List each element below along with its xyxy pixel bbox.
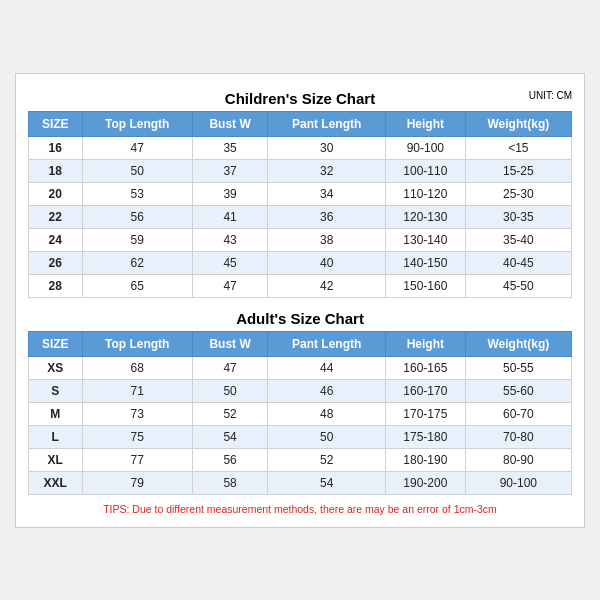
table-cell: 25-30 — [465, 182, 571, 205]
table-cell: 54 — [268, 471, 386, 494]
table-row: L755450175-18070-80 — [29, 425, 572, 448]
table-cell: XXL — [29, 471, 83, 494]
table-cell: 32 — [268, 159, 386, 182]
table-row: M735248170-17560-70 — [29, 402, 572, 425]
adults-title: Adult's Size Chart — [28, 304, 572, 331]
table-cell: 56 — [82, 205, 192, 228]
table-cell: XS — [29, 356, 83, 379]
table-cell: 38 — [268, 228, 386, 251]
chart-container: Children's Size Chart UNIT: CM SIZE Top … — [15, 73, 585, 528]
children-col-toplength: Top Length — [82, 111, 192, 136]
table-cell: 130-140 — [386, 228, 466, 251]
adults-col-size: SIZE — [29, 331, 83, 356]
table-cell: 45 — [192, 251, 268, 274]
table-cell: 20 — [29, 182, 83, 205]
table-cell: 24 — [29, 228, 83, 251]
table-cell: 50 — [82, 159, 192, 182]
tips-text: TIPS: Due to different measurement metho… — [28, 503, 572, 515]
adults-header-row: SIZE Top Length Bust W Pant Length Heigh… — [29, 331, 572, 356]
children-col-height: Height — [386, 111, 466, 136]
adults-col-bustw: Bust W — [192, 331, 268, 356]
unit-label: UNIT: CM — [529, 90, 572, 101]
table-cell: 50 — [268, 425, 386, 448]
children-col-weight: Weight(kg) — [465, 111, 571, 136]
table-cell: 48 — [268, 402, 386, 425]
table-cell: S — [29, 379, 83, 402]
table-cell: 160-170 — [386, 379, 466, 402]
table-cell: 110-120 — [386, 182, 466, 205]
children-title: Children's Size Chart UNIT: CM — [28, 84, 572, 111]
children-table: SIZE Top Length Bust W Pant Length Heigh… — [28, 111, 572, 298]
children-col-pantlength: Pant Length — [268, 111, 386, 136]
table-row: 24594338130-14035-40 — [29, 228, 572, 251]
table-cell: 30-35 — [465, 205, 571, 228]
table-cell: 59 — [82, 228, 192, 251]
table-cell: 62 — [82, 251, 192, 274]
table-row: XS684744160-16550-55 — [29, 356, 572, 379]
children-header-row: SIZE Top Length Bust W Pant Length Heigh… — [29, 111, 572, 136]
table-cell: 60-70 — [465, 402, 571, 425]
table-cell: 55-60 — [465, 379, 571, 402]
table-cell: 100-110 — [386, 159, 466, 182]
table-row: 26624540140-15040-45 — [29, 251, 572, 274]
adults-title-text: Adult's Size Chart — [236, 310, 364, 327]
table-cell: 71 — [82, 379, 192, 402]
table-cell: 53 — [82, 182, 192, 205]
table-cell: 47 — [192, 274, 268, 297]
children-col-size: SIZE — [29, 111, 83, 136]
table-cell: 56 — [192, 448, 268, 471]
table-row: 28654742150-16045-50 — [29, 274, 572, 297]
table-cell: XL — [29, 448, 83, 471]
table-cell: 170-175 — [386, 402, 466, 425]
table-cell: 65 — [82, 274, 192, 297]
table-cell: 43 — [192, 228, 268, 251]
table-cell: 18 — [29, 159, 83, 182]
table-row: 18503732100-11015-25 — [29, 159, 572, 182]
table-cell: 68 — [82, 356, 192, 379]
adults-col-toplength: Top Length — [82, 331, 192, 356]
adults-col-height: Height — [386, 331, 466, 356]
table-cell: 77 — [82, 448, 192, 471]
table-cell: 120-130 — [386, 205, 466, 228]
adults-col-weight: Weight(kg) — [465, 331, 571, 356]
table-cell: 52 — [268, 448, 386, 471]
table-cell: 180-190 — [386, 448, 466, 471]
table-cell: 58 — [192, 471, 268, 494]
table-cell: L — [29, 425, 83, 448]
table-cell: 73 — [82, 402, 192, 425]
table-cell: M — [29, 402, 83, 425]
table-cell: 75 — [82, 425, 192, 448]
table-cell: 160-165 — [386, 356, 466, 379]
table-cell: 150-160 — [386, 274, 466, 297]
table-cell: 90-100 — [386, 136, 466, 159]
table-cell: 37 — [192, 159, 268, 182]
table-cell: 30 — [268, 136, 386, 159]
table-cell: 40 — [268, 251, 386, 274]
table-cell: 44 — [268, 356, 386, 379]
table-row: XXL795854190-20090-100 — [29, 471, 572, 494]
table-cell: 50 — [192, 379, 268, 402]
table-cell: 80-90 — [465, 448, 571, 471]
table-cell: 46 — [268, 379, 386, 402]
table-cell: 36 — [268, 205, 386, 228]
table-cell: 45-50 — [465, 274, 571, 297]
adults-body: XS684744160-16550-55S715046160-17055-60M… — [29, 356, 572, 494]
table-cell: 70-80 — [465, 425, 571, 448]
table-cell: 41 — [192, 205, 268, 228]
table-cell: 16 — [29, 136, 83, 159]
children-title-text: Children's Size Chart — [225, 90, 375, 107]
children-body: 1647353090-100<1518503732100-11015-25205… — [29, 136, 572, 297]
table-cell: 22 — [29, 205, 83, 228]
table-cell: 34 — [268, 182, 386, 205]
table-cell: 140-150 — [386, 251, 466, 274]
table-row: 22564136120-13030-35 — [29, 205, 572, 228]
table-cell: 47 — [82, 136, 192, 159]
table-cell: 50-55 — [465, 356, 571, 379]
adults-table: SIZE Top Length Bust W Pant Length Heigh… — [28, 331, 572, 495]
table-cell: 26 — [29, 251, 83, 274]
table-cell: 35 — [192, 136, 268, 159]
table-cell: 35-40 — [465, 228, 571, 251]
table-cell: 54 — [192, 425, 268, 448]
table-cell: 28 — [29, 274, 83, 297]
table-cell: 90-100 — [465, 471, 571, 494]
